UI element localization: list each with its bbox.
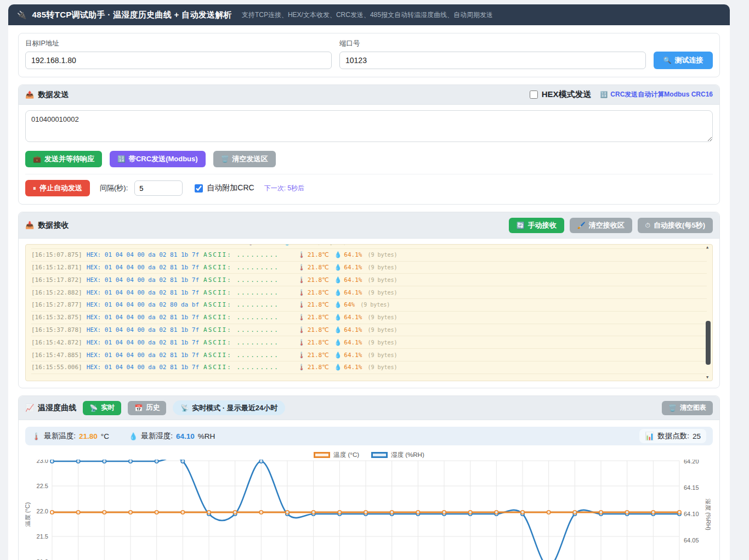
log-timestamp: [16:15:12.871] <box>31 264 82 271</box>
log-temp-value: 21.8℃ <box>308 364 329 371</box>
latest-hum-stat: 💧 最新湿度: 64.10 %RH <box>129 431 215 441</box>
log-humidity-value: 64.1% <box>344 352 362 359</box>
log-humidity-value: 64.1% <box>344 251 362 258</box>
log-humidity-value: 64.1% <box>344 339 362 346</box>
stop-auto-send-button[interactable]: ⏸ 停止自动发送 <box>25 180 90 196</box>
connection-panel: 目标IP地址 端口号 🔍 测试连接 <box>18 33 720 77</box>
log-timestamp: [16:15:42.872] <box>31 339 82 346</box>
svg-text:23.0: 23.0 <box>37 460 48 464</box>
clear-send-button[interactable]: 🗑️ 清空发送区 <box>213 151 276 167</box>
droplet-icon: 💧 <box>334 352 342 359</box>
trash-icon: 🗑️ <box>221 155 229 163</box>
log-timestamp: [16:15:55.006] <box>31 364 82 371</box>
legend-item[interactable]: 温度 (°C) <box>314 451 359 459</box>
hex-mode-checkbox[interactable] <box>530 90 538 99</box>
test-connection-button[interactable]: 🔍 测试连接 <box>654 52 713 69</box>
next-send-countdown: 下一次: 5秒后 <box>264 184 304 193</box>
clear-chart-button[interactable]: 🗑️ 清空图表 <box>662 401 713 415</box>
crc-send-button[interactable]: 🔢 带CRC发送(Modbus) <box>110 151 206 167</box>
chart-panel-header: 📈 温湿度曲线 📡 实时 📅 历史 📡 实时模式 · 显示最近24小时 🗑️ <box>19 396 719 420</box>
droplet-icon: 💧 <box>334 364 342 371</box>
log-timestamp: [16:15:47.885] <box>31 352 82 359</box>
scroll-down-arrow[interactable]: ▼ <box>706 376 708 380</box>
ip-field-group: 目标IP地址 <box>25 39 332 69</box>
chart-canvas[interactable]: 23.022.522.021.521.064.2064.1564.1064.05… <box>25 460 711 560</box>
clear-receive-button[interactable]: 🖌️ 清空接收区 <box>570 218 632 233</box>
mode-pill: 📡 实时模式 · 显示最近24小时 <box>173 400 285 415</box>
thermometer-icon: 🌡️ <box>298 251 305 258</box>
log-ascii: ASCII: ......... <box>203 264 279 271</box>
scroll-up-arrow[interactable]: ▲ <box>706 246 708 250</box>
latest-hum-value: 64.10 <box>176 432 195 440</box>
log-hex: HEX: 01 04 04 00 da 02 81 1b 7f <box>36 244 148 246</box>
divider <box>25 174 713 174</box>
chart-panel: 📈 温湿度曲线 📡 实时 📅 历史 📡 实时模式 · 显示最近24小时 🗑️ <box>18 395 720 560</box>
log-temp-value: 21.8℃ <box>308 264 329 271</box>
manual-receive-button[interactable]: 🔄 手动接收 <box>509 218 564 233</box>
log-hex: HEX: 01 04 04 00 da 02 81 1b 7f <box>87 276 199 284</box>
log-temp-value: 21.8℃ <box>308 326 329 333</box>
log-byte-count: (9 bytes) <box>367 252 397 258</box>
thermometer-icon: 🌡️ <box>298 314 305 321</box>
port-input[interactable] <box>339 52 646 69</box>
legend-label: 湿度 (%RH) <box>391 451 424 459</box>
tab-history[interactable]: 📅 历史 <box>128 401 166 415</box>
svg-text:湿度 (%RH): 湿度 (%RH) <box>705 499 711 530</box>
legend-swatch <box>371 452 388 458</box>
receive-log[interactable]: HEX: 01 04 04 00 da 02 81 1b 7fASCII: ..… <box>25 244 713 381</box>
svg-text:21.5: 21.5 <box>37 533 48 540</box>
app-title: 485转TCP调试助手 · 温湿度历史曲线 + 自动发送解析 <box>32 10 231 20</box>
auto-receive-button[interactable]: ⏱ 自动接收(每5秒) <box>638 218 713 233</box>
log-timestamp: [16:15:22.882] <box>31 289 82 296</box>
refresh-icon: 🔄 <box>517 222 525 229</box>
thermometer-icon: 🌡️ <box>298 276 305 284</box>
log-hex: HEX: 01 04 04 00 da 02 81 1b 7f <box>87 289 199 296</box>
log-ascii: ASCII: ......... <box>203 326 279 333</box>
log-scrollbar-thumb[interactable] <box>706 321 711 365</box>
auto-crc-toggle[interactable]: 自动附加CRC <box>195 183 254 193</box>
log-byte-count: (9 bytes) <box>317 244 347 245</box>
pause-icon: ⏸ <box>33 184 36 192</box>
droplet-icon: 💧 <box>283 244 291 246</box>
calculator-icon: 🔢 <box>600 91 608 98</box>
interval-input[interactable] <box>134 180 183 196</box>
chart-icon: 📈 <box>25 404 34 412</box>
log-row: [16:15:32.875]HEX: 01 04 04 00 da 02 81 … <box>31 312 707 324</box>
chart-legend[interactable]: 温度 (°C)湿度 (%RH) <box>25 450 713 460</box>
log-humidity-value: 64.1% <box>344 314 362 321</box>
log-ascii: ASCII: ......... <box>203 364 279 371</box>
send-textarea[interactable]: 010400010002 <box>25 110 713 142</box>
legend-item[interactable]: 湿度 (%RH) <box>371 451 424 459</box>
log-scrollbar[interactable]: ▲ ▼ <box>706 246 711 380</box>
app-header: 🔌 485转TCP调试助手 · 温湿度历史曲线 + 自动发送解析 支持TCP连接… <box>8 4 730 25</box>
log-humidity-value: 64.1% <box>344 276 362 284</box>
send-wait-button[interactable]: 💼 发送并等待响应 <box>25 151 102 167</box>
receive-panel: 📥 数据接收 🔄 手动接收 🖌️ 清空接收区 ⏱ 自动接收(每5秒) <box>18 212 720 388</box>
log-row: [16:15:07.875]HEX: 01 04 04 00 da 02 81 … <box>31 249 707 262</box>
log-humidity-value: 64.1% <box>344 364 362 371</box>
log-timestamp: [16:15:32.875] <box>31 314 82 321</box>
droplet-icon: 💧 <box>334 314 342 321</box>
log-humidity-value: 64.1% <box>293 244 311 246</box>
droplet-icon: 💧 <box>334 251 342 258</box>
log-row: HEX: 01 04 04 00 da 02 81 1b 7fASCII: ..… <box>31 244 707 249</box>
tab-realtime[interactable]: 📡 实时 <box>83 401 121 415</box>
port-label: 端口号 <box>339 39 646 48</box>
hex-mode-toggle[interactable]: HEX模式发送 <box>530 89 592 100</box>
ip-label: 目标IP地址 <box>25 39 332 48</box>
antenna-icon: 📡 <box>89 404 98 412</box>
legend-swatch <box>314 452 330 458</box>
outbox-icon: 📤 <box>25 90 34 99</box>
log-hex: HEX: 01 04 04 00 da 02 81 1b 7f <box>87 251 199 258</box>
auto-crc-checkbox[interactable] <box>195 184 203 193</box>
brush-icon: 🖌️ <box>577 222 586 229</box>
svg-text:64.15: 64.15 <box>684 484 699 491</box>
plug-icon: 🔌 <box>17 10 26 19</box>
calculator-icon: 🔢 <box>117 155 126 163</box>
log-humidity-value: 64.1% <box>344 264 362 271</box>
ip-input[interactable] <box>25 52 332 69</box>
log-row: [16:15:17.872]HEX: 01 04 04 00 da 02 81 … <box>31 274 707 286</box>
svg-text:64.05: 64.05 <box>684 537 699 544</box>
svg-text:64.10: 64.10 <box>684 511 699 517</box>
receive-log-rows: HEX: 01 04 04 00 da 02 81 1b 7fASCII: ..… <box>26 244 712 374</box>
